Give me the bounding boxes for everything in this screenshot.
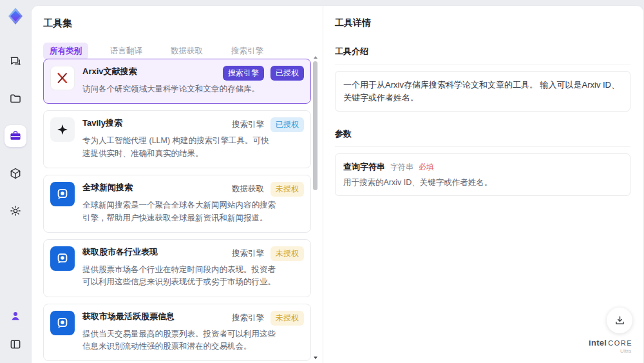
tab-所有类别[interactable]: 所有类别 bbox=[43, 43, 88, 60]
app-sidebar bbox=[0, 0, 31, 363]
sidebar-item-gear-icon[interactable] bbox=[5, 200, 26, 222]
tool-name: 获取股市各行业表现 bbox=[82, 246, 158, 258]
panel-layout-icon[interactable] bbox=[5, 333, 26, 355]
tool-description: 全球新闻搜索是一个聚合全球各大新闻网站内容的搜索引擎，帮助用户快速获取全球最新资… bbox=[82, 199, 304, 224]
sidebar-item-cube-icon[interactable] bbox=[5, 162, 26, 184]
intel-wordmark: intel bbox=[589, 338, 607, 348]
intel-core-logo: intel CORE Ultra bbox=[587, 338, 634, 354]
tool-intro-text: 一个用于从Arxiv存储库搜索科学论文和文章的工具。 输入可以是Arxiv ID… bbox=[335, 71, 630, 112]
stock-sector-search-icon bbox=[50, 246, 75, 271]
tool-name: 获取市场最活跃股票信息 bbox=[82, 311, 175, 322]
tool-category-badge: 数据获取 bbox=[232, 184, 264, 195]
unauthorized-badge: 未授权 bbox=[270, 311, 304, 326]
tool-description: 访问各个研究领域大量科学论文和文章的存储库。 bbox=[82, 83, 304, 95]
core-wordmark: CORE bbox=[608, 339, 632, 347]
sidebar-item-chat-icon[interactable] bbox=[5, 50, 26, 72]
tool-category-badge: 搜索引擎 bbox=[232, 313, 264, 324]
gear-icon bbox=[9, 204, 22, 217]
sidebar-item-toolbox-icon[interactable] bbox=[5, 125, 26, 147]
list-scrollbar[interactable] bbox=[312, 56, 319, 360]
tool-card[interactable]: 全球新闻搜索数据获取未授权全球新闻搜索是一个聚合全球各大新闻网站内容的搜索引擎，… bbox=[43, 175, 311, 233]
tool-name: 全球新闻搜索 bbox=[82, 182, 133, 193]
user-icon[interactable] bbox=[5, 305, 26, 327]
ultra-wordmark: Ultra bbox=[587, 348, 634, 354]
tool-card[interactable]: Tavily搜索搜索引擎已授权专为人工智能代理 (LLM) 构建的搜索引擎工具。… bbox=[43, 110, 311, 168]
authorized-badge: 已授权 bbox=[270, 117, 304, 132]
scrollbar-down-arrow[interactable] bbox=[314, 357, 317, 359]
toolbox-icon bbox=[9, 130, 22, 142]
tavily-star-icon bbox=[50, 117, 75, 142]
tool-card[interactable]: 获取市场最活跃股票信息搜索引擎未授权提供当天交易量最高的股票列表。投资者可以利用… bbox=[43, 304, 311, 362]
unauthorized-badge: 未授权 bbox=[270, 246, 304, 261]
parameter-required-badge: 必填 bbox=[419, 162, 434, 173]
sidebar-nav bbox=[5, 50, 26, 222]
scrollbar-thumb[interactable] bbox=[313, 61, 317, 190]
tool-description: 提供当天交易量最高的股票列表。投资者可以利用这些信息来识别流动性强的股票和潜在的… bbox=[82, 328, 304, 353]
active-stocks-search-icon bbox=[50, 311, 75, 335]
tool-category-badge: 搜索引擎 bbox=[223, 66, 264, 81]
tool-description: 专为人工智能代理 (LLM) 构建的搜索引擎工具。可快速提供实时、准确和真实的结… bbox=[82, 135, 304, 160]
intro-section-title: 工具介绍 bbox=[335, 46, 630, 64]
parameter-type: 字符串 bbox=[390, 162, 413, 173]
download-icon bbox=[614, 315, 626, 327]
authorized-badge: 已授权 bbox=[270, 66, 304, 81]
tab-搜索引擎[interactable]: 搜索引擎 bbox=[225, 43, 270, 60]
tool-card[interactable]: 获取股市各行业表现搜索引擎未授权提供股票市场各个行业在特定时间段内的表现。投资者… bbox=[43, 239, 311, 297]
parameter-description: 用于搜索的Arxiv ID、关键字或作者姓名。 bbox=[343, 177, 622, 188]
tool-name: Arxiv文献搜索 bbox=[82, 66, 137, 77]
folder-icon bbox=[9, 92, 22, 105]
scrollbar-up-arrow[interactable] bbox=[314, 56, 317, 59]
tab-数据获取[interactable]: 数据获取 bbox=[164, 43, 209, 60]
tool-cards: Arxiv文献搜索搜索引擎已授权访问各个研究领域大量科学论文和文章的存储库。Ta… bbox=[43, 59, 311, 363]
tab-语言翻译[interactable]: 语言翻译 bbox=[104, 43, 149, 60]
tool-description: 提供股票市场各个行业在特定时间段内的表现。投资者可以利用这些信息来识别表现优于或… bbox=[82, 264, 304, 289]
app-logo-icon bbox=[5, 5, 26, 27]
tool-category-badge: 搜索引擎 bbox=[232, 119, 264, 130]
arxiv-logo-icon bbox=[50, 66, 75, 90]
cube-icon bbox=[9, 167, 22, 180]
main-panel: 工具集 所有类别语言翻译数据获取搜索引擎 Arxiv文献搜索搜索引擎已授权访问各… bbox=[31, 5, 644, 363]
tool-category-badge: 搜索引擎 bbox=[232, 248, 264, 259]
tool-card[interactable]: Arxiv文献搜索搜索引擎已授权访问各个研究领域大量科学论文和文章的存储库。 bbox=[43, 59, 311, 104]
tool-list-column: 工具集 所有类别语言翻译数据获取搜索引擎 Arxiv文献搜索搜索引擎已授权访问各… bbox=[32, 6, 323, 363]
detail-title: 工具详情 bbox=[335, 17, 630, 29]
category-tabs: 所有类别语言翻译数据获取搜索引擎 bbox=[43, 43, 323, 60]
parameter-name: 查询字符串 bbox=[343, 161, 385, 173]
chat-icon bbox=[9, 55, 22, 68]
page-title: 工具集 bbox=[43, 17, 323, 30]
params-section-title: 参数 bbox=[335, 128, 630, 147]
sidebar-item-folder-icon[interactable] bbox=[5, 88, 26, 110]
tool-detail-panel: 工具详情 工具介绍 一个用于从Arxiv存储库搜索科学论文和文章的工具。 输入可… bbox=[323, 6, 643, 363]
parameter-card: 查询字符串 字符串 必填 用于搜索的Arxiv ID、关键字或作者姓名。 bbox=[335, 153, 630, 196]
tool-name: Tavily搜索 bbox=[82, 117, 122, 129]
global-news-search-icon bbox=[50, 182, 75, 206]
unauthorized-badge: 未授权 bbox=[270, 182, 304, 197]
download-button[interactable] bbox=[607, 308, 632, 333]
